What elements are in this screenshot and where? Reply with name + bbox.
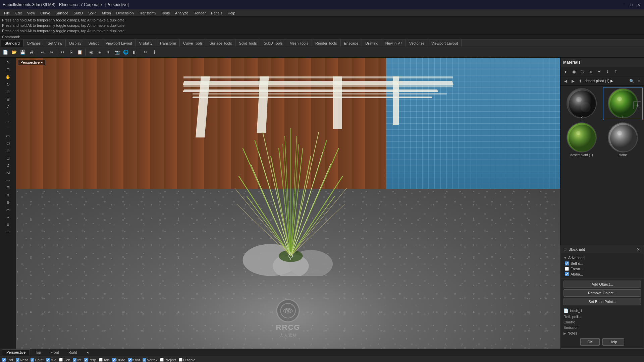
menu-surface[interactable]: Surface bbox=[53, 10, 71, 16]
camera-icon[interactable]: 📷 bbox=[113, 48, 121, 56]
snap-perp-label[interactable]: Perp bbox=[89, 358, 96, 362]
alpha-checkbox[interactable] bbox=[565, 272, 569, 276]
tab-select[interactable]: Select bbox=[85, 40, 103, 47]
add-object-button[interactable]: Add Object... bbox=[564, 281, 641, 288]
snap-mid-checkbox[interactable] bbox=[46, 358, 50, 362]
snap-tan-checkbox[interactable] bbox=[99, 358, 103, 362]
mat-custom-icon[interactable]: ✦ bbox=[595, 68, 603, 75]
viewport-label[interactable]: Perspective ▾ bbox=[18, 60, 45, 65]
tab-standard[interactable]: Standard bbox=[1, 40, 23, 47]
snap-int-checkbox[interactable] bbox=[73, 358, 76, 362]
snap-quad-label[interactable]: Quad bbox=[116, 358, 125, 362]
snap-end-checkbox[interactable] bbox=[2, 358, 6, 362]
alpha-label[interactable]: Alpha... bbox=[571, 272, 583, 276]
mat-pbr-icon[interactable]: ◈ bbox=[587, 68, 594, 75]
boolean-icon[interactable]: ⊕ bbox=[2, 199, 14, 206]
select-multi-icon[interactable]: ⊡ bbox=[2, 66, 14, 73]
viewport[interactable]: Perspective ▾ bbox=[16, 58, 560, 349]
nav-forward-button[interactable]: ▶ bbox=[570, 78, 576, 84]
command-input[interactable] bbox=[21, 35, 642, 39]
mat-import-icon[interactable]: ⤓ bbox=[604, 68, 611, 75]
mat-basic-icon[interactable]: ◉ bbox=[570, 68, 578, 75]
undo-icon[interactable]: ↩ bbox=[39, 48, 47, 56]
notes-section-header[interactable]: ▶ Notes bbox=[561, 330, 644, 336]
snap-mid-label[interactable]: Mid bbox=[51, 358, 57, 362]
snap-knot-checkbox[interactable] bbox=[128, 358, 132, 362]
tab-viewport-layout2[interactable]: Viewport Layout bbox=[428, 40, 462, 47]
extrude-icon[interactable]: ⬆ bbox=[2, 192, 14, 198]
trim-icon[interactable]: ✂ bbox=[2, 206, 14, 213]
snap-project-checkbox[interactable] bbox=[160, 358, 164, 362]
render-icon[interactable]: ◉ bbox=[87, 48, 95, 56]
snap-knot-label[interactable]: Knot bbox=[132, 358, 140, 362]
menu-solid[interactable]: Solid bbox=[86, 10, 99, 16]
material-icon[interactable]: ◈ bbox=[96, 48, 104, 56]
menu-edit[interactable]: Edit bbox=[13, 10, 24, 16]
environment-icon[interactable]: 🌐 bbox=[122, 48, 130, 56]
vp-tab-right[interactable]: Right bbox=[64, 349, 82, 355]
mat-search-icon[interactable]: 🔍 bbox=[629, 78, 635, 84]
advanced-section-header[interactable]: ▼ Advanced bbox=[564, 255, 641, 261]
zoom-extent-icon[interactable]: ⊞ bbox=[2, 96, 14, 103]
cut-icon[interactable]: ✂ bbox=[58, 48, 66, 56]
mat-cell-green2[interactable]: desert plant (1) bbox=[562, 121, 602, 158]
tab-mesh-tools[interactable]: Mesh Tools bbox=[286, 40, 312, 47]
email-icon[interactable]: ✉ bbox=[142, 48, 150, 56]
snap-tan-label[interactable]: Tan bbox=[103, 358, 109, 362]
menu-panels[interactable]: Panels bbox=[208, 10, 225, 16]
minimize-button[interactable]: − bbox=[621, 2, 627, 7]
polygon-icon[interactable]: ⬡ bbox=[2, 140, 14, 147]
mat-texture-icon[interactable]: ⬡ bbox=[579, 68, 586, 75]
tab-surface-tools[interactable]: Surface Tools bbox=[206, 40, 235, 47]
mat-cell-stone[interactable]: stone bbox=[603, 121, 643, 158]
light-icon[interactable]: ☀ bbox=[104, 48, 112, 56]
menu-transform[interactable]: Transform bbox=[137, 10, 159, 16]
snap-disable-checkbox[interactable] bbox=[179, 358, 182, 362]
snap-perp-checkbox[interactable] bbox=[84, 358, 88, 362]
print-icon[interactable]: 🖨 bbox=[28, 48, 36, 56]
scale-icon[interactable]: ⇲ bbox=[2, 170, 14, 176]
nav-back-button[interactable]: ◀ bbox=[562, 78, 569, 84]
copy-obj-icon[interactable]: ⊡ bbox=[2, 155, 14, 162]
tab-curve-tools[interactable]: Curve Tools bbox=[180, 40, 206, 47]
menu-analyze[interactable]: Analyze bbox=[172, 10, 191, 16]
menu-tools[interactable]: Tools bbox=[158, 10, 172, 16]
selfd-label[interactable]: Self-d... bbox=[571, 261, 583, 265]
tab-render-tools[interactable]: Render Tools bbox=[312, 40, 341, 47]
snap-end-label[interactable]: End bbox=[6, 358, 13, 362]
snap-near-label[interactable]: Near bbox=[20, 358, 28, 362]
tab-enscape[interactable]: Enscape bbox=[341, 40, 362, 47]
info-icon[interactable]: ℹ bbox=[150, 48, 158, 56]
maximize-button[interactable]: □ bbox=[629, 2, 634, 7]
snap-point-checkbox[interactable] bbox=[31, 358, 34, 362]
mat-menu-icon[interactable]: ≡ bbox=[636, 78, 642, 84]
dim-icon[interactable]: ↔ bbox=[2, 214, 14, 221]
rectangle-icon[interactable]: ▭ bbox=[2, 133, 14, 139]
vp-tab-perspective[interactable]: Perspective bbox=[2, 349, 30, 355]
remove-object-button[interactable]: Remove Object... bbox=[564, 289, 641, 297]
vp-tab-front[interactable]: Front bbox=[46, 349, 63, 355]
polyline-icon[interactable]: ⌇ bbox=[2, 111, 14, 117]
move-icon[interactable]: ⊕ bbox=[2, 147, 14, 154]
mat-add-button[interactable]: + bbox=[633, 101, 641, 109]
menu-mesh[interactable]: Mesh bbox=[99, 10, 114, 16]
snap-cen-checkbox[interactable] bbox=[59, 358, 63, 362]
tab-vectorize[interactable]: Vectorize bbox=[406, 40, 428, 47]
snap-point-label[interactable]: Point bbox=[35, 358, 43, 362]
line-icon[interactable]: ╱ bbox=[2, 103, 14, 110]
menu-dimension[interactable]: Dimension bbox=[114, 10, 137, 16]
mat-cell-dark[interactable]: 2 bbox=[562, 87, 602, 120]
selfd-checkbox[interactable] bbox=[565, 261, 569, 265]
open-icon[interactable]: 📂 bbox=[10, 48, 18, 56]
tab-subd-tools[interactable]: SubD Tools bbox=[260, 40, 286, 47]
tab-cplanes[interactable]: CPlanes bbox=[23, 40, 45, 47]
save-icon[interactable]: 💾 bbox=[19, 48, 27, 56]
circle-icon[interactable]: ○ bbox=[2, 118, 14, 125]
arc-icon[interactable]: ⌒ bbox=[2, 125, 14, 132]
layer-icon[interactable]: ≡ bbox=[2, 221, 14, 228]
snap-cen-label[interactable]: Cen bbox=[63, 358, 70, 362]
vp-tab-arrow[interactable]: ◂ bbox=[82, 349, 93, 356]
fresn-checkbox[interactable] bbox=[565, 267, 569, 271]
vp-tab-top[interactable]: Top bbox=[31, 349, 45, 355]
mirror-icon[interactable]: ⇔ bbox=[2, 177, 14, 184]
